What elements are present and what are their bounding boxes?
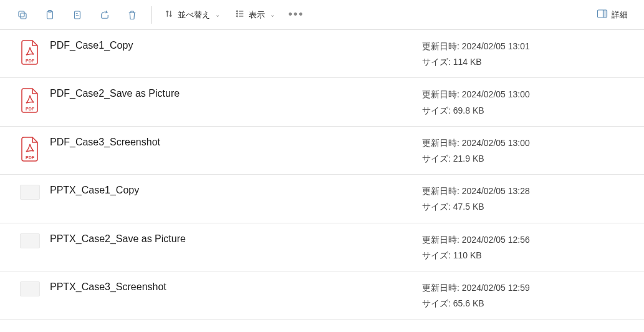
share-button[interactable]	[92, 4, 117, 26]
toolbar: 並べ替え ⌄ 表示 ⌄ ••• 詳細	[0, 0, 644, 30]
file-name: PDF_Case2_Save as Picture	[50, 87, 422, 99]
file-row[interactable]: PPTX_Case3_Screenshot更新日時: 2024/02/05 12…	[0, 271, 644, 320]
modified-value: 2024/02/05 12:56	[462, 235, 530, 245]
file-meta: 更新日時: 2024/02/05 13:00サイズ: 21.9 KB	[422, 135, 634, 167]
copy-icon	[17, 9, 28, 21]
modified-value: 2024/02/05 13:01	[462, 41, 530, 51]
size-value: 69.8 KB	[453, 105, 484, 115]
file-meta: 更新日時: 2024/02/05 12:56サイズ: 110 KB	[422, 232, 634, 263]
more-icon: •••	[289, 8, 304, 21]
size-value: 47.5 KB	[453, 202, 484, 212]
size-value: 110 KB	[453, 250, 482, 260]
svg-rect-0	[21, 13, 26, 19]
size-label: サイズ:	[422, 105, 451, 115]
pptx-file-icon	[10, 183, 50, 200]
view-button[interactable]: 表示 ⌄	[229, 4, 281, 26]
size-value: 21.9 KB	[453, 154, 484, 164]
share-icon	[99, 9, 110, 21]
rename-icon	[72, 9, 83, 21]
file-row[interactable]: PPTX_Case2_Save as Picture更新日時: 2024/02/…	[0, 223, 644, 271]
details-pane-icon	[597, 9, 608, 21]
trash-icon	[127, 9, 138, 21]
file-name: PPTX_Case2_Save as Picture	[50, 232, 422, 245]
file-row[interactable]: PDF_Case1_Copy更新日時: 2024/02/05 13:01サイズ:…	[0, 30, 644, 78]
modified-value: 2024/02/05 13:00	[462, 138, 530, 148]
file-meta: 更新日時: 2024/02/05 13:00サイズ: 69.8 KB	[422, 87, 634, 118]
view-label: 表示	[249, 9, 265, 21]
pdf-file-icon	[10, 39, 50, 65]
modified-label: 更新日時:	[422, 235, 459, 245]
pdf-file-icon	[10, 87, 50, 113]
file-name: PPTX_Case1_Copy	[50, 183, 422, 196]
size-label: サイズ:	[422, 57, 451, 67]
pptx-file-icon	[10, 232, 50, 248]
svg-rect-1	[19, 11, 24, 17]
file-name: PDF_Case1_Copy	[50, 39, 422, 51]
pdf-file-icon	[10, 135, 50, 162]
file-list: PDF_Case1_Copy更新日時: 2024/02/05 13:01サイズ:…	[0, 30, 644, 320]
sort-label: 並べ替え	[178, 9, 210, 21]
file-row[interactable]: PDF_Case3_Screenshot更新日時: 2024/02/05 13:…	[0, 127, 644, 175]
view-icon	[235, 9, 245, 21]
size-label: サイズ:	[422, 250, 451, 260]
modified-label: 更新日時:	[422, 89, 459, 99]
size-label: サイズ:	[422, 154, 451, 164]
svg-point-7	[237, 16, 238, 17]
modified-label: 更新日時:	[422, 138, 459, 148]
file-name: PPTX_Case3_Screenshot	[50, 280, 422, 293]
sort-icon	[164, 9, 174, 21]
svg-point-6	[237, 13, 238, 14]
copy-button[interactable]	[10, 4, 35, 26]
details-button[interactable]: 詳細	[590, 4, 634, 26]
modified-label: 更新日時:	[422, 41, 459, 51]
size-value: 65.6 KB	[453, 298, 484, 308]
size-label: サイズ:	[422, 298, 451, 308]
file-meta: 更新日時: 2024/02/05 12:59サイズ: 65.6 KB	[422, 280, 634, 311]
paste-button[interactable]	[37, 4, 62, 26]
chevron-down-icon: ⌄	[215, 11, 220, 18]
file-name: PDF_Case3_Screenshot	[50, 135, 422, 148]
size-label: サイズ:	[422, 202, 451, 212]
paste-icon	[44, 9, 55, 21]
file-meta: 更新日時: 2024/02/05 13:28サイズ: 47.5 KB	[422, 183, 634, 215]
modified-value: 2024/02/05 12:59	[462, 283, 530, 293]
chevron-down-icon: ⌄	[270, 11, 275, 18]
more-button[interactable]: •••	[284, 4, 309, 26]
details-label: 詳細	[612, 9, 628, 21]
file-row[interactable]: PPTX_Case1_Copy更新日時: 2024/02/05 13:28サイズ…	[0, 175, 644, 223]
modified-label: 更新日時:	[422, 186, 459, 196]
file-meta: 更新日時: 2024/02/05 13:01サイズ: 114 KB	[422, 39, 634, 70]
rename-button[interactable]	[65, 4, 90, 26]
svg-point-5	[237, 11, 238, 12]
pptx-file-icon	[10, 280, 50, 296]
modified-value: 2024/02/05 13:00	[462, 89, 530, 99]
modified-value: 2024/02/05 13:28	[462, 186, 530, 196]
svg-rect-4	[75, 11, 80, 19]
toolbar-divider	[151, 6, 151, 24]
toolbar-left-group	[10, 4, 145, 26]
svg-rect-9	[603, 10, 607, 17]
file-row[interactable]: PDF_Case2_Save as Picture更新日時: 2024/02/0…	[0, 78, 644, 126]
delete-button[interactable]	[120, 4, 145, 26]
size-value: 114 KB	[453, 57, 482, 67]
modified-label: 更新日時:	[422, 283, 459, 293]
sort-button[interactable]: 並べ替え ⌄	[158, 4, 226, 26]
